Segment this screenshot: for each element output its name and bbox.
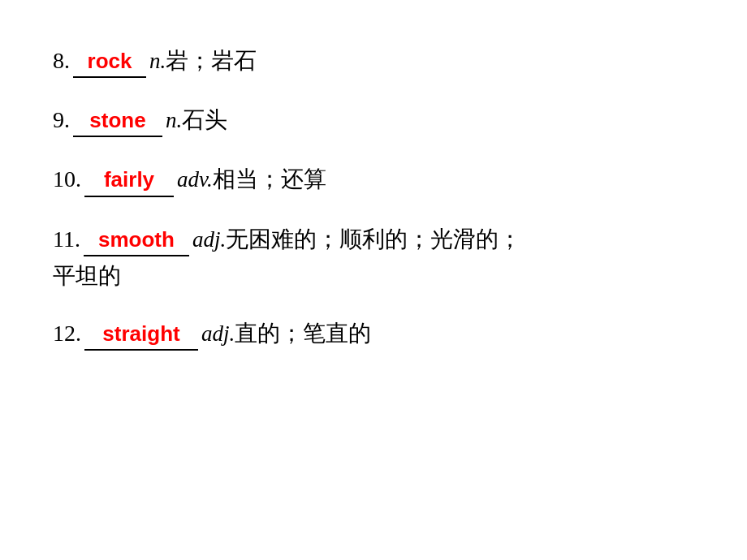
entry-10: 10. fairly adv. 相当；还算 bbox=[53, 163, 694, 196]
entry-12-pos: adj. bbox=[201, 319, 235, 350]
entry-11-pos: adj. bbox=[192, 225, 226, 256]
entry-9-blank: stone bbox=[73, 104, 162, 137]
entry-12-number: 12. bbox=[53, 317, 81, 349]
entry-9-number: 9. bbox=[53, 104, 70, 136]
entry-8: 8. rock n. 岩；岩石 bbox=[53, 45, 694, 78]
entry-8-pos: n. bbox=[149, 46, 166, 77]
entry-8-answer: rock bbox=[86, 49, 134, 73]
entry-11-blank: smooth bbox=[84, 223, 189, 256]
entry-9-pos: n. bbox=[166, 106, 182, 136]
entry-12-answer: straight bbox=[101, 321, 181, 346]
entry-12: 12. straight adj. 直的；笔直的 bbox=[53, 317, 694, 351]
main-content: 8. rock n. 岩；岩石 9. stone n. 石头 10. fairl… bbox=[0, 0, 747, 409]
entry-10-answer: fairly bbox=[102, 167, 156, 192]
entry-10-blank: fairly bbox=[84, 163, 174, 196]
entry-10-number: 10. bbox=[53, 163, 81, 195]
entry-8-blank: rock bbox=[73, 45, 146, 78]
entry-11: 11. smooth adj. 无困难的；顺利的；光滑的； 平坦的 bbox=[53, 223, 694, 291]
entry-9-answer: stone bbox=[88, 108, 147, 132]
entry-11-answer: smooth bbox=[97, 227, 176, 252]
entry-11-number: 11. bbox=[53, 223, 80, 255]
entry-12-definition: 直的；笔直的 bbox=[235, 317, 371, 349]
entry-8-definition: 岩；岩石 bbox=[166, 45, 257, 76]
entry-10-definition: 相当；还算 bbox=[213, 163, 326, 195]
entry-10-pos: adv. bbox=[177, 165, 213, 196]
entry-11-definition: 无困难的；顺利的；光滑的； bbox=[226, 223, 521, 255]
entry-8-number: 8. bbox=[53, 45, 70, 76]
entry-9-definition: 石头 bbox=[182, 104, 227, 136]
entry-11-continuation: 平坦的 bbox=[53, 260, 694, 291]
entry-12-blank: straight bbox=[84, 317, 198, 351]
entry-9: 9. stone n. 石头 bbox=[53, 104, 694, 137]
